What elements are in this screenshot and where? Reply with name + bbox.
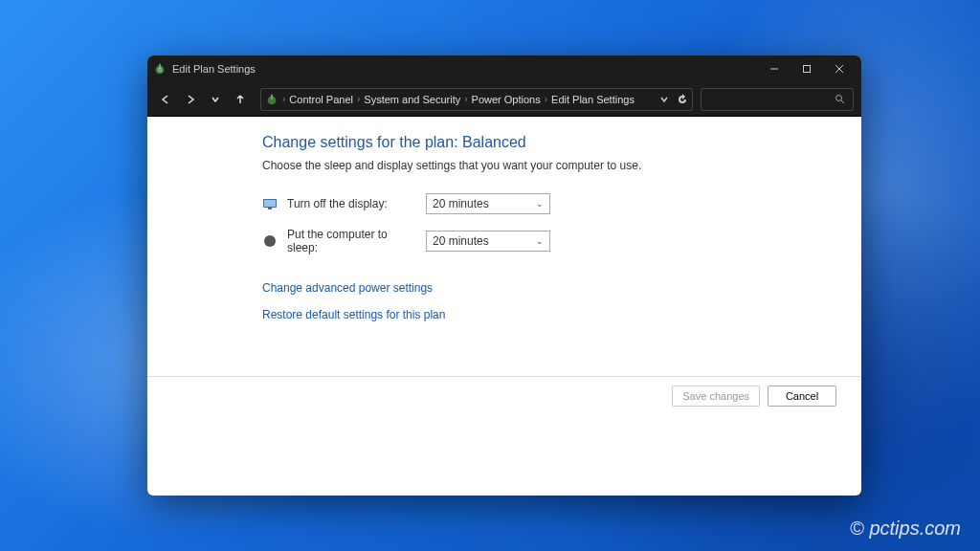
- watermark-text: © pctips.com: [850, 518, 961, 540]
- control-panel-window: Edit Plan Settings: [147, 55, 861, 496]
- svg-line-10: [841, 100, 844, 103]
- svg-rect-12: [264, 200, 276, 207]
- search-box[interactable]: [701, 88, 854, 111]
- maximize-button[interactable]: [791, 55, 823, 82]
- links-section: Change advanced power settings Restore d…: [262, 281, 823, 321]
- recent-locations-button[interactable]: [205, 89, 226, 110]
- back-button[interactable]: [155, 89, 176, 110]
- breadcrumb-label: Edit Plan Settings: [551, 94, 635, 105]
- svg-point-14: [264, 235, 276, 247]
- chevron-right-icon[interactable]: ›: [545, 94, 547, 104]
- content-area: Change settings for the plan: Balanced C…: [147, 117, 861, 321]
- svg-rect-4: [804, 66, 811, 73]
- cancel-button[interactable]: Cancel: [768, 386, 836, 407]
- chevron-down-icon: ⌄: [536, 236, 544, 246]
- breadcrumb-label: Power Options: [472, 94, 541, 105]
- svg-point-2: [157, 67, 162, 72]
- setting-row-sleep: Put the computer to sleep: 20 minutes ⌄: [262, 228, 823, 254]
- power-options-icon: [265, 93, 278, 106]
- refresh-icon[interactable]: [677, 94, 688, 105]
- breadcrumb-label: Control Panel: [289, 94, 353, 105]
- minimize-button[interactable]: [758, 55, 791, 82]
- save-changes-button[interactable]: Save changes: [672, 386, 760, 407]
- breadcrumb-item[interactable]: System and Security: [364, 94, 460, 105]
- chevron-right-icon[interactable]: ›: [282, 94, 285, 104]
- sleep-label: Put the computer to sleep:: [287, 228, 416, 254]
- footer-bar: Save changes Cancel: [147, 376, 861, 414]
- sleep-dropdown[interactable]: 20 minutes ⌄: [426, 231, 550, 252]
- breadcrumb-label: System and Security: [364, 94, 460, 105]
- navigation-toolbar: › Control Panel › System and Security › …: [147, 82, 861, 117]
- up-button[interactable]: [230, 89, 251, 110]
- window-title: Edit Plan Settings: [172, 63, 758, 75]
- svg-rect-8: [271, 94, 273, 99]
- page-heading: Change settings for the plan: Balanced: [262, 134, 823, 151]
- chevron-down-icon: ⌄: [536, 199, 544, 209]
- window-titlebar[interactable]: Edit Plan Settings: [147, 55, 861, 82]
- chevron-down-icon[interactable]: [659, 95, 669, 104]
- breadcrumb-item[interactable]: Control Panel: [289, 94, 353, 105]
- power-options-icon: [153, 62, 167, 76]
- breadcrumb-item[interactable]: Power Options: [472, 94, 541, 105]
- address-bar[interactable]: › Control Panel › System and Security › …: [260, 88, 693, 111]
- chevron-right-icon[interactable]: ›: [357, 94, 360, 104]
- dropdown-value: 20 minutes: [433, 197, 489, 210]
- breadcrumb-item[interactable]: Edit Plan Settings: [551, 94, 635, 105]
- dropdown-value: 20 minutes: [433, 234, 489, 248]
- chevron-right-icon[interactable]: ›: [464, 94, 467, 104]
- search-icon: [835, 94, 845, 104]
- display-off-label: Turn off the display:: [287, 197, 416, 210]
- forward-button[interactable]: [180, 89, 201, 110]
- close-button[interactable]: [823, 55, 856, 82]
- sleep-icon: [262, 233, 278, 249]
- advanced-settings-link[interactable]: Change advanced power settings: [262, 281, 823, 295]
- setting-row-display: Turn off the display: 20 minutes ⌄: [262, 193, 823, 214]
- page-description: Choose the sleep and display settings th…: [262, 159, 823, 172]
- window-controls: [758, 55, 856, 82]
- svg-rect-13: [268, 208, 272, 209]
- display-icon: [262, 196, 278, 211]
- svg-point-9: [836, 96, 842, 101]
- display-off-dropdown[interactable]: 20 minutes ⌄: [426, 193, 550, 214]
- restore-defaults-link[interactable]: Restore default settings for this plan: [262, 308, 823, 321]
